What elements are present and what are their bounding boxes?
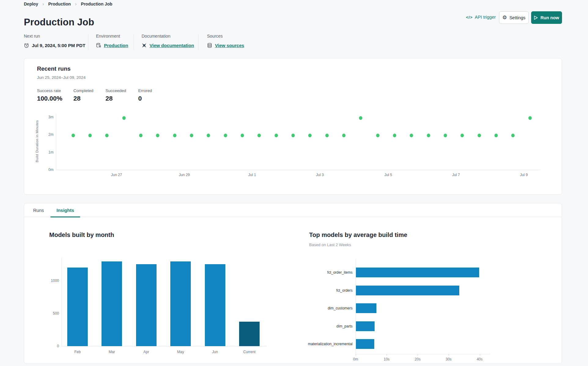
info-documentation: Documentation View documentation	[142, 34, 194, 48]
x-axis-tick-label: Mar	[101, 350, 123, 354]
run-dot[interactable]	[72, 134, 75, 137]
run-dot[interactable]	[257, 134, 261, 137]
run-dot[interactable]	[376, 134, 379, 137]
run-dot[interactable]	[444, 134, 447, 137]
models-built-chart-title: Models built by month	[49, 231, 114, 238]
run-dot[interactable]	[427, 134, 430, 137]
model-bar-dim_customers	[356, 303, 376, 313]
run-dot[interactable]	[308, 134, 312, 137]
run-dot[interactable]	[156, 134, 159, 137]
run-dot[interactable]	[359, 116, 362, 120]
info-next-run: Next run Jul 9, 2024, 5:00 PM PDT	[24, 34, 85, 48]
environment-label: Environment	[96, 34, 128, 39]
model-category-label: fct_orders	[287, 288, 353, 293]
settings-label: Settings	[509, 15, 525, 20]
run-dot[interactable]	[241, 134, 244, 137]
stat-label: Success rate	[37, 88, 62, 93]
api-trigger-link[interactable]: </> API trigger	[466, 15, 496, 20]
x-axis-tick	[418, 354, 418, 356]
stat-label: Errored	[138, 88, 152, 93]
x-axis-tick-label: Jun 27	[107, 173, 126, 177]
x-axis-tick	[356, 354, 356, 356]
settings-button[interactable]: ⚙ Settings	[499, 11, 529, 24]
run-dot[interactable]	[139, 134, 142, 137]
x-axis-line	[61, 346, 267, 346]
active-tab-indicator	[50, 216, 80, 217]
run-now-button[interactable]: Run now	[531, 11, 562, 24]
stat-value: 28	[105, 95, 126, 102]
run-dot[interactable]	[511, 134, 515, 137]
breadcrumb-deploy[interactable]: Deploy	[24, 2, 38, 6]
x-axis-line	[56, 170, 540, 170]
divider	[88, 34, 88, 50]
environment-link[interactable]: Production	[104, 43, 128, 48]
models-built-bar-chart: 05001000FebMarAprMayJunCurrent	[61, 258, 263, 346]
breadcrumb-production[interactable]: Production	[48, 2, 71, 6]
x-axis-tick-label: May	[170, 350, 191, 354]
run-dot[interactable]	[88, 134, 92, 137]
insights-card: Runs Insights Models built by month 0500…	[24, 203, 562, 364]
chevron-right-icon: ›	[43, 1, 44, 6]
model-bar-fct_orders	[356, 286, 459, 295]
run-dot[interactable]	[190, 134, 193, 137]
x-axis-tick	[386, 354, 387, 356]
run-dot[interactable]	[173, 134, 176, 137]
run-dot[interactable]	[275, 134, 278, 137]
top-models-bar-chart: 0m10s20s30s40sfct_order_itemsfct_ordersd…	[356, 259, 490, 354]
run-dot[interactable]	[460, 134, 464, 137]
run-dot[interactable]	[122, 116, 126, 120]
run-dot[interactable]	[494, 134, 498, 137]
alarm-clock-icon	[24, 43, 29, 48]
run-dot[interactable]	[105, 134, 109, 137]
run-dot[interactable]	[478, 134, 481, 137]
divider	[134, 34, 134, 50]
x-axis-tick-label: Jun 29	[175, 173, 194, 177]
month-bar-feb	[67, 268, 88, 346]
run-dot[interactable]	[291, 134, 295, 137]
run-dot[interactable]	[393, 134, 396, 137]
next-run-label: Next run	[24, 34, 85, 39]
x-axis-tick-label: Jul 9	[515, 173, 533, 177]
info-environment: Environment Production	[96, 34, 128, 48]
run-dot[interactable]	[325, 134, 329, 137]
y-axis-tick-label: 1000	[47, 279, 59, 283]
next-run-value: Jul 9, 2024, 5:00 PM PDT	[32, 43, 85, 48]
stat-label: Completed	[73, 88, 93, 93]
run-dot[interactable]	[207, 134, 210, 137]
stat-value: 100.00%	[37, 95, 62, 102]
environment-db-icon	[96, 43, 101, 48]
api-trigger-label: API trigger	[475, 15, 496, 20]
stat-label: Succeeded	[105, 88, 126, 93]
tab-insights[interactable]: Insights	[50, 203, 80, 217]
month-bar-apr	[136, 264, 157, 346]
top-models-chart-subtitle: Based on Last 2 Weeks	[309, 242, 351, 247]
run-dot[interactable]	[410, 134, 413, 137]
run-duration-scatter-chart: 0m1m2m3mJun 27Jun 29Jul 1Jul 3Jul 5Jul 7…	[56, 113, 540, 170]
x-axis-tick-label: 0m	[348, 357, 363, 361]
y-axis-line	[56, 113, 56, 170]
tab-runs[interactable]: Runs	[31, 203, 46, 217]
stat-succeeded: Succeeded 28	[105, 88, 126, 102]
run-dot[interactable]	[528, 116, 532, 120]
x-axis-tick-label: Jul 3	[311, 173, 329, 177]
view-sources-link[interactable]: View sources	[215, 43, 244, 48]
run-dot[interactable]	[224, 134, 227, 137]
run-dot[interactable]	[342, 134, 346, 137]
model-bar-dim_parts	[356, 321, 375, 331]
x-axis-tick-label: Jul 5	[379, 173, 398, 177]
x-axis-tick-label: 20s	[410, 357, 425, 361]
view-documentation-link[interactable]: View documentation	[150, 43, 194, 48]
x-axis-tick	[449, 354, 449, 356]
play-icon	[534, 16, 538, 20]
scatter-y-axis-title: Build Duration in Minutes	[35, 111, 39, 172]
sources-label: Sources	[207, 34, 244, 39]
month-bar-mar	[102, 261, 122, 346]
breadcrumb: Deploy › Production › Production Job	[24, 1, 112, 6]
gear-icon: ⚙	[502, 15, 507, 20]
month-bar-may	[170, 261, 191, 346]
run-now-label: Run now	[540, 15, 559, 20]
database-icon	[207, 43, 212, 48]
model-category-label: materialization_incremental	[287, 342, 353, 346]
y-axis-tick-label: 3m	[45, 115, 54, 119]
page-title: Production Job	[24, 17, 94, 28]
